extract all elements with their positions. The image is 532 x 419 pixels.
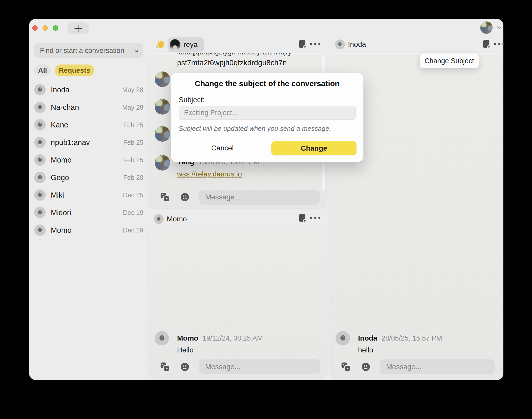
- message-body: wss://relay.damus.io: [177, 170, 242, 178]
- media-icon[interactable]: [159, 191, 171, 203]
- zoom-button[interactable]: [53, 25, 58, 31]
- message-avatar: [155, 99, 170, 115]
- sender-name: Inoda: [358, 334, 377, 342]
- message-meta: Inoda28/05/25, 15:57 PM: [358, 334, 442, 342]
- bird-avatar: [34, 172, 46, 183]
- conversation-name: Gogo: [51, 173, 123, 182]
- bird-avatar: [34, 224, 46, 236]
- message-avatar: [336, 331, 350, 345]
- change-subject-icon[interactable]: [482, 39, 492, 50]
- bird-avatar: [335, 39, 345, 49]
- conversation-list: Inoda May 28 Na-chan May 28 Kane Feb 25 …: [34, 83, 143, 237]
- message-composer: [159, 189, 320, 205]
- conversation-name: Kane: [51, 121, 123, 129]
- conversation-name: Midori: [51, 208, 123, 217]
- bird-avatar: [34, 84, 46, 95]
- conversation-row[interactable]: Miki Dec 25: [34, 188, 143, 202]
- change-subject-icon[interactable]: [298, 39, 307, 50]
- minimize-button[interactable]: [43, 25, 48, 31]
- media-icon[interactable]: [159, 361, 171, 373]
- search-icon: [134, 46, 139, 55]
- message-meta: Momo19/12/24, 08:25 AM: [177, 334, 263, 342]
- chevron-down-icon: [496, 24, 503, 31]
- conversation-date: May 28: [122, 86, 143, 94]
- plus-icon: [73, 23, 83, 33]
- user-avatar: [480, 21, 493, 34]
- app-window: All Requests Inoda May 28 Na-chan May 28…: [29, 19, 503, 380]
- npub-message-line: pst7mta2t6wpjh0qfzkdrdgu8ch7n: [177, 59, 287, 67]
- bird-avatar: [154, 214, 164, 224]
- conversation-row[interactable]: Inoda May 28: [34, 83, 143, 97]
- change-button[interactable]: Change: [271, 141, 356, 155]
- more-menu-icon[interactable]: [494, 43, 504, 45]
- close-button[interactable]: [32, 25, 38, 31]
- emoji-icon[interactable]: [361, 362, 371, 372]
- search-bar: [34, 43, 143, 58]
- chat-title: reya: [184, 41, 197, 49]
- conversation-row[interactable]: Kane Feb 25: [34, 118, 143, 132]
- chat-title: Momo: [167, 215, 187, 223]
- conversation-name: npub1:anav: [51, 138, 123, 147]
- conversation-name: Miki: [51, 191, 123, 199]
- wave-icon: [155, 39, 166, 51]
- ellipsis-icon: [310, 43, 320, 45]
- conversation-row[interactable]: Midori Dec 19: [34, 205, 143, 220]
- more-menu-icon[interactable]: [310, 217, 320, 219]
- more-menu-icon[interactable]: [310, 43, 320, 45]
- ellipsis-icon: [310, 217, 320, 219]
- message-avatar: [155, 71, 170, 87]
- chat-panel-momo: Momo19/12/24, 08:25 AM Hello: [149, 227, 327, 378]
- conversation-name: Inoda: [51, 86, 122, 94]
- message-timestamp: 28/05/25, 15:57 PM: [381, 334, 442, 342]
- traffic-lights: [32, 25, 58, 31]
- conversation-name: Na-chan: [51, 103, 122, 112]
- message-body: hello: [358, 346, 373, 354]
- conversation-date: Dec 19: [123, 227, 143, 234]
- conversation-row[interactable]: Momo Dec 19: [34, 223, 143, 237]
- emoji-icon[interactable]: [180, 192, 190, 202]
- filter-requests[interactable]: Requests: [55, 65, 94, 76]
- message-composer: [340, 359, 495, 375]
- filter-all[interactable]: All: [34, 65, 51, 76]
- bird-avatar: [34, 102, 46, 113]
- account-menu[interactable]: [480, 21, 503, 34]
- change-subject-icon[interactable]: [298, 213, 307, 224]
- message-avatar: [155, 155, 170, 171]
- message-input[interactable]: [199, 359, 320, 374]
- message-composer: [159, 359, 320, 375]
- conversation-date: Dec 19: [123, 209, 143, 216]
- conversation-date: Feb 20: [123, 174, 143, 181]
- emoji-icon[interactable]: [180, 362, 190, 372]
- subject-input[interactable]: [179, 106, 356, 120]
- subject-label: Subject:: [179, 96, 205, 104]
- conversation-name: Momo: [51, 156, 123, 164]
- screen: All Requests Inoda May 28 Na-chan May 28…: [0, 0, 532, 419]
- chat-title: Inoda: [348, 40, 366, 49]
- conversation-date: Dec 25: [123, 191, 143, 199]
- sidebar: All Requests Inoda May 28 Na-chan May 28…: [34, 43, 143, 237]
- conversation-row[interactable]: Momo Feb 25: [34, 153, 143, 167]
- modal-title: Change the subject of the conversation: [171, 79, 363, 88]
- message-avatar: [155, 331, 169, 345]
- new-tab-button[interactable]: [67, 22, 89, 34]
- message-input[interactable]: [380, 359, 495, 374]
- chat-chip-reya[interactable]: reya: [168, 37, 204, 52]
- bird-avatar: [34, 119, 46, 131]
- bird-avatar: [34, 189, 46, 201]
- subject-note: Subject will be updated when you send a …: [179, 125, 331, 133]
- message-input[interactable]: [199, 190, 320, 205]
- sender-name: Momo: [177, 334, 198, 342]
- conversation-row[interactable]: npub1:anav Feb 25: [34, 135, 143, 150]
- clipped-message-line: ket6qjqtfnpag2lygh4nfe66ynzxnvmjry: [177, 53, 316, 57]
- message-body: Hello: [177, 346, 194, 354]
- cancel-button[interactable]: Cancel: [199, 141, 246, 155]
- conversation-row[interactable]: Na-chan May 28: [34, 100, 143, 115]
- change-subject-modal: Change the subject of the conversation S…: [171, 73, 363, 162]
- conversation-date: Feb 25: [123, 156, 143, 164]
- conversation-row[interactable]: Gogo Feb 20: [34, 170, 143, 185]
- media-icon[interactable]: [340, 361, 352, 373]
- bird-avatar: [34, 154, 46, 166]
- relay-link[interactable]: wss://relay.damus.io: [177, 170, 242, 178]
- search-input[interactable]: [34, 43, 134, 58]
- conversation-date: May 28: [122, 104, 143, 111]
